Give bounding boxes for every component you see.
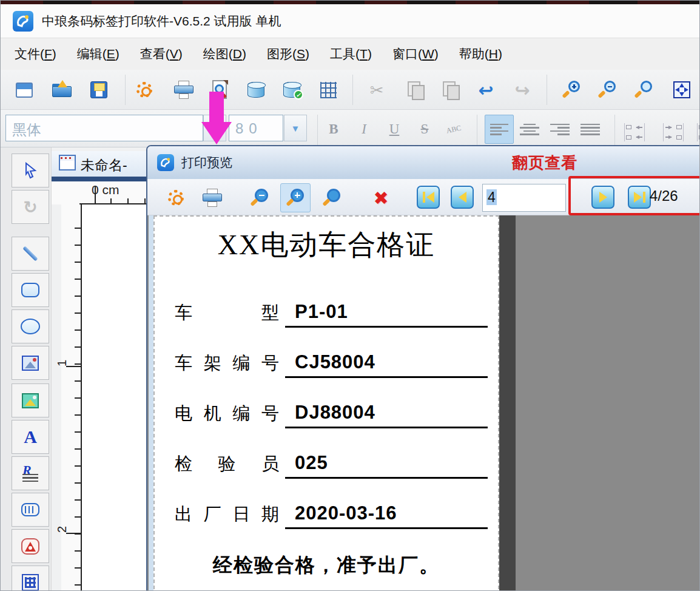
menu-draw[interactable]: 绘图(D): [193, 42, 257, 66]
row-value: 025: [295, 452, 328, 474]
tool-line[interactable]: [12, 237, 49, 271]
settings-button[interactable]: [130, 76, 158, 104]
preview-close-button[interactable]: ✖: [366, 183, 396, 212]
cut-button[interactable]: ✂: [363, 76, 391, 104]
fit-page-button[interactable]: [668, 76, 696, 104]
font-name-combo[interactable]: 黑体: [5, 115, 203, 141]
menu-help[interactable]: 帮助(H): [449, 42, 513, 66]
align-justify-button[interactable]: [576, 115, 605, 144]
copy-button[interactable]: [401, 76, 429, 104]
zoom-out-button[interactable]: [593, 76, 621, 104]
new-document-button[interactable]: [10, 76, 38, 104]
align-left-edge-icon: [624, 123, 645, 141]
undo-button[interactable]: ↩: [472, 76, 500, 104]
document-tab-label[interactable]: 未命名-: [81, 156, 127, 175]
row-value: P1-01: [295, 301, 348, 323]
row-value: 2020-03-16: [295, 502, 397, 524]
shape-logo-icon: [21, 538, 39, 555]
database-connect-button[interactable]: ✓: [278, 76, 306, 104]
preview-title-bar[interactable]: 打印预览: [147, 146, 700, 179]
database-button[interactable]: [242, 76, 270, 104]
first-page-button[interactable]: [417, 186, 440, 209]
print-button[interactable]: [170, 76, 198, 104]
row-value: DJ88004: [295, 402, 375, 424]
bold-button[interactable]: B: [320, 116, 347, 143]
letter-case-button[interactable]: ABC: [438, 113, 469, 145]
font-size-dropdown[interactable]: ▼: [284, 115, 307, 141]
strikethrough-button[interactable]: S: [411, 116, 438, 143]
tool-picture[interactable]: [12, 383, 49, 417]
barcode-icon: [21, 503, 39, 516]
tool-barcode[interactable]: [12, 493, 49, 527]
magnifier-icon: [323, 189, 341, 207]
document-tab-bar: 未命名-: [52, 151, 146, 177]
tool-image[interactable]: [12, 346, 49, 380]
menu-file[interactable]: 文件(F): [4, 42, 67, 66]
preview-zoom-out-button[interactable]: [244, 183, 275, 212]
tool-rounded-rectangle[interactable]: [12, 273, 49, 307]
design-canvas[interactable]: [82, 204, 146, 591]
zoom-button[interactable]: [630, 76, 658, 104]
font-size-combo[interactable]: 80: [229, 115, 283, 141]
ruler-mark-1: 1: [55, 360, 69, 366]
page-number-value: 4: [486, 189, 497, 205]
tool-ellipse[interactable]: [12, 309, 49, 343]
row-label: 车型: [175, 301, 279, 325]
tool-shape[interactable]: [12, 529, 49, 563]
paste-button[interactable]: [436, 76, 464, 104]
menu-edit[interactable]: 编辑(E): [67, 42, 130, 66]
align-right-edge-icon: [663, 123, 684, 141]
page-number-input[interactable]: 4: [482, 184, 566, 212]
align-to-left-edge-button[interactable]: [621, 118, 648, 146]
toolbar-separator: [317, 115, 318, 145]
row-underline: [285, 326, 488, 328]
grid-button[interactable]: [314, 76, 342, 104]
align-to-right-edge-button[interactable]: [659, 118, 687, 146]
open-button[interactable]: [48, 76, 76, 104]
annotation-text: 翻页查看: [512, 152, 577, 174]
menu-tools[interactable]: 工具(T): [320, 42, 382, 66]
label-row-model: 车型 P1-01: [175, 300, 488, 328]
horizontal-ruler: 0 cm: [52, 181, 146, 204]
more-alignment-button[interactable]: [693, 118, 700, 146]
zoom-out-icon: [251, 189, 269, 207]
grid-icon: [320, 82, 337, 98]
row-label: 电机编号: [175, 402, 279, 426]
printer-icon: [174, 81, 194, 99]
preview-zoom-button[interactable]: [317, 183, 347, 212]
tool-rotate[interactable]: ↻: [12, 190, 49, 224]
underline-button[interactable]: U: [381, 116, 408, 143]
preview-settings-button[interactable]: [161, 183, 191, 212]
line-icon: [22, 246, 38, 261]
rotate-icon: ↻: [23, 197, 37, 217]
zoom-in-icon: [562, 81, 581, 99]
preview-zoom-in-button[interactable]: [280, 183, 311, 212]
application-window: 中琅条码标签打印软件-V6.5.2 试用版 单机 文件(F) 编辑(E) 查看(…: [0, 0, 700, 591]
preview-print-button[interactable]: [197, 183, 227, 212]
print-preview-window: 打印预览 翻页查看 ✖ 4: [146, 145, 700, 591]
menu-window[interactable]: 窗口(W): [382, 42, 449, 66]
gear-icon: [136, 82, 152, 98]
tool-select[interactable]: [12, 154, 49, 187]
align-right-button[interactable]: [545, 115, 574, 144]
image-icon: [22, 356, 39, 371]
zoom-in-button[interactable]: [557, 76, 585, 104]
tool-rich-text[interactable]: R: [12, 456, 49, 490]
tool-qrcode[interactable]: [12, 566, 49, 591]
annotation-highlight-box: [568, 176, 700, 215]
menu-view[interactable]: 查看(V): [130, 42, 193, 66]
save-button[interactable]: [85, 76, 113, 104]
magnifier-icon: [634, 81, 653, 99]
redo-button[interactable]: ↪: [508, 76, 536, 104]
menu-bar: 文件(F) 编辑(E) 查看(V) 绘图(D) 图形(S) 工具(T) 窗口(W…: [1, 38, 700, 70]
italic-button[interactable]: I: [351, 116, 377, 143]
align-left-button[interactable]: [485, 115, 514, 144]
label-row-motor-number: 电机编号 DJ88004: [175, 400, 488, 428]
row-label: 出厂日期: [175, 502, 279, 527]
tool-text[interactable]: A: [12, 420, 49, 454]
menu-shapes[interactable]: 图形(S): [257, 42, 320, 66]
previous-page-button[interactable]: [451, 186, 474, 209]
align-center-button[interactable]: [515, 115, 544, 144]
app-logo-icon: [13, 11, 33, 32]
toolbar-separator: [125, 75, 126, 105]
